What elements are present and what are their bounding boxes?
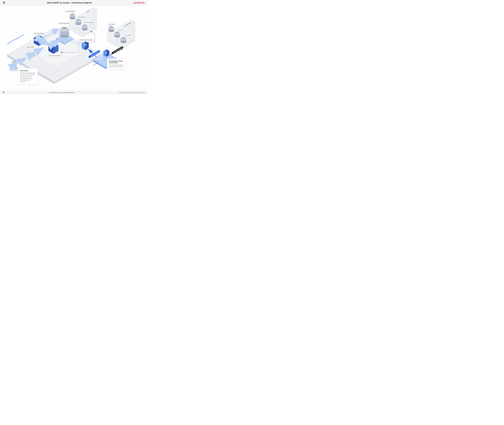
ecc-prod-label: ECC PROD (123, 34, 132, 37)
user-access-card: User Access SAP CAP NodeJS application, … (18, 68, 38, 85)
connectivity-title: On-premise & Cloud Connectivity (109, 60, 124, 63)
ecc-qa-db (114, 32, 120, 37)
erp-shield-icon (103, 49, 109, 57)
svg-point-63 (99, 57, 99, 57)
svg-point-62 (100, 57, 100, 58)
footer-bar: Data ASSIST by Auritas - Architecture Di… (0, 91, 148, 94)
svg-point-64 (99, 58, 99, 59)
sap-hana-cloud-node (60, 27, 69, 38)
svg-point-44 (60, 27, 69, 31)
ecc-prod-db (121, 37, 126, 43)
java-jco-connector-label: Java JCO Connector (47, 54, 62, 57)
page-title: Data ASSIST by Auritas - Architecture Di… (6, 2, 133, 4)
footer-title: Data ASSIST by Auritas - Architecture Di… (5, 92, 119, 93)
footer-logo-icon (2, 92, 5, 94)
s4-hana-prod-db (82, 25, 88, 30)
svg-point-32 (35, 42, 36, 43)
brand-logo: AURITAS. (133, 1, 145, 4)
ecc-dev-label: ECC DEV (108, 23, 116, 26)
svg-point-60 (99, 57, 100, 58)
s4-hana-prod-label: S/4 HANA PROD (83, 21, 95, 24)
svg-point-61 (98, 57, 99, 58)
ecc-dev-db (108, 26, 114, 32)
s4-hana-qa-db (76, 19, 81, 25)
svg-point-31 (35, 40, 36, 40)
lock-icon: 🔒 (90, 55, 91, 57)
cloud-icon: ☁ (85, 12, 86, 14)
sap-cloud-connector-node (81, 41, 89, 50)
sap-cap-nodejs-label: SAP CAP NodeJS (33, 32, 46, 35)
header-bar: Data ASSIST by Auritas - Architecture Di… (0, 0, 148, 6)
lock-icon: 🔒 (113, 52, 115, 53)
user-access-title: User Access (20, 70, 36, 72)
sap-hana-cloud-label: SAP HANA Cloud (58, 22, 71, 25)
connectivity-card: On-premise & Cloud Connectivity ECC and … (107, 59, 126, 70)
footer-copyright: Copyright © 2023 Auritas LLC all rights … (119, 92, 145, 93)
sap-cloud-connector-label: SAP Cloud Connector (78, 39, 94, 41)
user-access-body: SAP CAP NodeJS application, deployed on … (20, 72, 36, 83)
svg-point-18 (12, 60, 16, 64)
s4-hana-dev-label: S/4 HANA DEV (65, 10, 76, 13)
data-assist-label: Data ASSIST (26, 46, 36, 48)
s4-hana-dev-db (70, 13, 75, 19)
building-icon: 🏛 (123, 26, 125, 27)
app-logo-icon (2, 1, 6, 4)
ecc-qa-label: ECC QA (116, 29, 124, 31)
s4-hana-qa-label: S/4 HANA QA (77, 16, 87, 18)
connectivity-body: ECC and S/4 HANA natively integrated int… (109, 64, 124, 68)
svg-marker-96 (3, 93, 4, 93)
